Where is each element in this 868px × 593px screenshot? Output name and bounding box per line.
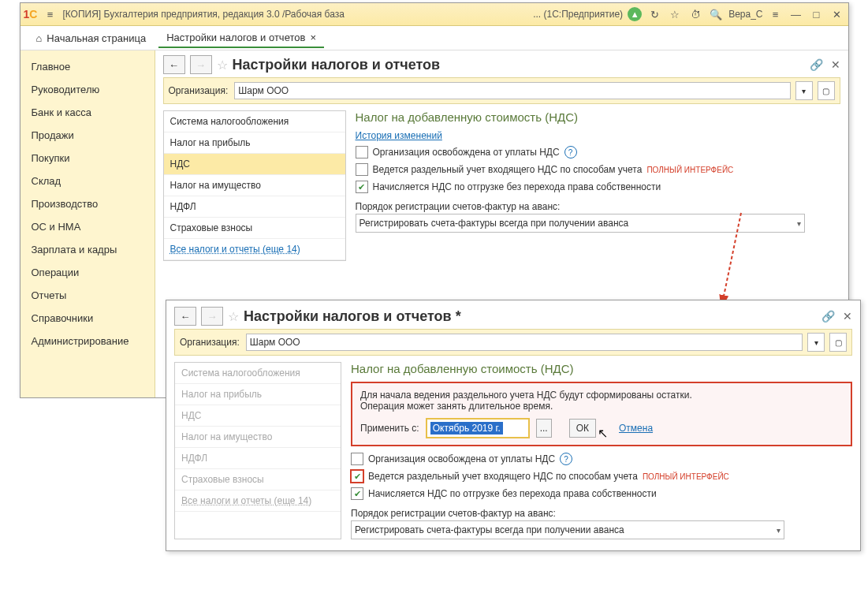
notification-icon[interactable]: ▲ — [628, 7, 642, 21]
org-open-icon-2[interactable]: ▢ — [829, 333, 847, 352]
label-shipment: Начисляется НДС по отгрузке без перехода… — [373, 181, 661, 192]
chevron-down-icon: ▾ — [797, 219, 801, 228]
tab-settings[interactable]: Настройки налогов и отчетов × — [158, 28, 324, 48]
alert-box: Для начала ведения раздельного учета НДС… — [351, 382, 852, 398]
settings-list-2: Система налогообложения Налог на прибыль… — [174, 362, 341, 398]
history-link[interactable]: История изменений — [356, 130, 442, 141]
window-title-suffix: ... (1С:Предприятие) — [533, 9, 623, 20]
tab-bar: ⌂ Начальная страница Настройки налогов и… — [20, 26, 848, 50]
refresh-icon[interactable]: ↻ — [646, 6, 662, 22]
close-icon[interactable]: ✕ — [829, 6, 845, 22]
org-open-icon[interactable]: ▢ — [818, 81, 835, 100]
tab-home-label: Начальная страница — [47, 32, 146, 44]
settings-item-pit[interactable]: НДФЛ — [164, 196, 345, 218]
org-bar: Организация: Шарм ООО ▾ ▢ — [163, 77, 840, 104]
help-icon[interactable]: ? — [564, 146, 577, 159]
checkbox-separate[interactable] — [356, 163, 368, 176]
section-title: Налог на добавленную стоимость (НДС) — [356, 110, 840, 124]
sidebar-item-production[interactable]: Производство — [20, 192, 155, 215]
section-title-2: Налог на добавленную стоимость (НДС) — [351, 362, 852, 375]
sidebar-item-reports[interactable]: Отчеты — [20, 284, 155, 307]
page-title-2: Настройки налогов и отчетов * — [244, 308, 461, 325]
settings-item-property-tax[interactable]: Налог на имущество — [164, 175, 345, 196]
checkbox-exempt[interactable] — [356, 146, 368, 159]
panel-close-icon[interactable]: ✕ — [831, 58, 840, 71]
link-icon[interactable]: 🔗 — [810, 58, 823, 71]
vat-panel-2: Налог на добавленную стоимость (НДС) Для… — [351, 362, 852, 398]
back-button[interactable]: ← — [163, 55, 185, 74]
sidebar-item-purchase[interactable]: Покупки — [20, 147, 155, 170]
sidebar-item-catalogs[interactable]: Справочники — [20, 307, 155, 330]
alert-line1: Для начала ведения раздельного учета НДС… — [360, 390, 843, 398]
sidebar-item-bank[interactable]: Банк и касса — [20, 101, 155, 124]
menu-icon[interactable]: ≡ — [42, 6, 58, 22]
settings-item-tax-system[interactable]: Система налогообложения — [164, 111, 345, 132]
home-icon: ⌂ — [36, 32, 43, 44]
back-button-2[interactable]: ← — [174, 307, 196, 326]
sidebar-item-operations[interactable]: Операции — [20, 261, 155, 284]
page-title: Настройки налогов и отчетов — [233, 57, 441, 73]
favorite-icon-2[interactable]: ☆ — [228, 309, 239, 324]
sidebar-item-assets[interactable]: ОС и НМА — [20, 215, 155, 238]
panel-close-icon-2[interactable]: ✕ — [843, 310, 852, 323]
settings-item-profit-tax[interactable]: Налог на прибыль — [164, 132, 345, 154]
maximize-icon[interactable]: □ — [809, 6, 825, 22]
label-separate: Ведется раздельный учет входящего НДС по… — [373, 164, 643, 175]
org-label-2: Организация: — [180, 337, 240, 348]
dialog-window: ← → ☆ Настройки налогов и отчетов * 🔗 ✕ … — [166, 300, 861, 398]
sidebar-item-sales[interactable]: Продажи — [20, 124, 155, 147]
settings-item-insurance[interactable]: Страховые взносы — [164, 218, 345, 239]
select-value: Регистрировать счета-фактуры всегда при … — [359, 218, 629, 229]
sidebar-item-manager[interactable]: Руководителю — [20, 78, 155, 101]
label-exempt: Организация освобождена от уплаты НДС — [373, 147, 560, 158]
settings-item-tax-system-2: Система налогообложения — [175, 363, 341, 384]
checkbox-shipment[interactable]: ✔ — [356, 181, 368, 193]
forward-button-2[interactable]: → — [201, 307, 223, 326]
select-label: Порядок регистрации счетов-фактур на ава… — [356, 201, 561, 212]
org-dropdown-icon[interactable]: ▾ — [795, 81, 813, 100]
star-icon[interactable]: ☆ — [667, 6, 683, 22]
window-title: [КОПИЯ] Бухгалтерия предприятия, редакци… — [62, 9, 344, 20]
user-label[interactable]: Вера_С — [728, 9, 762, 20]
settings-icon[interactable]: ≡ — [768, 6, 784, 22]
badge-full-interface: ПОЛНЫЙ ИНТЕРФЕЙС — [646, 166, 733, 174]
minimize-icon[interactable]: — — [788, 6, 804, 22]
titlebar: 1С ≡ [КОПИЯ] Бухгалтерия предприятия, ре… — [20, 3, 848, 26]
settings-item-all-link[interactable]: Все налоги и отчеты (еще 14) — [164, 239, 345, 260]
tab-close-icon[interactable]: × — [310, 32, 316, 43]
org-dropdown-icon-2[interactable]: ▾ — [807, 333, 825, 352]
search-icon[interactable]: 🔍 — [708, 6, 724, 22]
tab-label: Настройки налогов и отчетов — [166, 32, 305, 43]
settings-item-vat[interactable]: НДС — [164, 154, 345, 175]
sidebar: Главное Руководителю Банк и касса Продаж… — [20, 50, 155, 397]
org-label: Организация: — [169, 85, 229, 96]
org-input[interactable]: Шарм ООО — [234, 82, 790, 99]
favorite-icon[interactable]: ☆ — [217, 58, 228, 73]
sidebar-item-admin[interactable]: Администрирование — [20, 330, 155, 352]
vat-panel: Налог на добавленную стоимость (НДС) Ист… — [356, 110, 840, 261]
forward-button[interactable]: → — [190, 55, 212, 74]
sidebar-item-main[interactable]: Главное — [20, 55, 155, 78]
invoice-order-select[interactable]: Регистрировать счета-фактуры всегда при … — [356, 214, 805, 233]
link-icon-2[interactable]: 🔗 — [821, 310, 835, 323]
app-logo: 1С — [24, 8, 38, 21]
tab-home[interactable]: ⌂ Начальная страница — [28, 29, 155, 47]
history-icon[interactable]: ⏱ — [687, 6, 703, 22]
sidebar-item-payroll[interactable]: Зарплата и кадры — [20, 238, 155, 261]
sidebar-item-warehouse[interactable]: Склад — [20, 170, 155, 192]
org-input-2[interactable]: Шарм ООО — [246, 334, 803, 351]
settings-list: Система налогообложения Налог на прибыль… — [163, 110, 346, 261]
settings-item-profit-2: Налог на прибыль — [175, 384, 341, 398]
org-bar-2: Организация: Шарм ООО ▾ ▢ — [174, 329, 852, 356]
